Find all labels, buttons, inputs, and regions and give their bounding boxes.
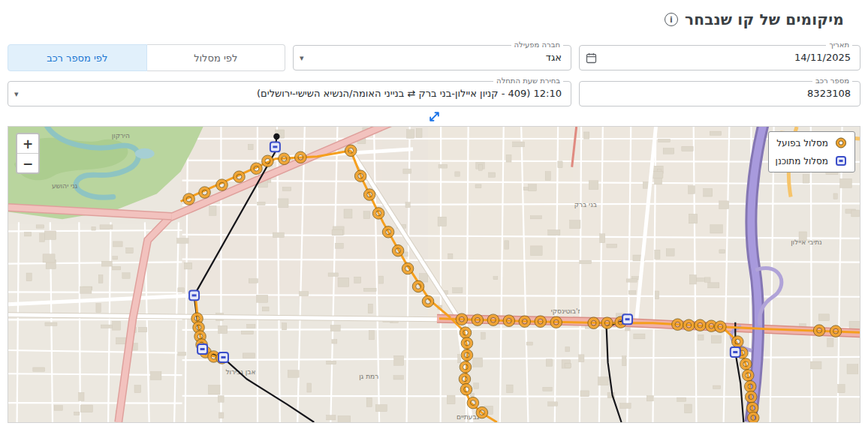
- date-field-value: 14/11/2025: [580, 46, 860, 70]
- page-title: מיקומים של קו שנבחר: [685, 10, 844, 28]
- by-route-toggle-button[interactable]: לפי מסלול: [147, 44, 286, 71]
- legend-item-actual: מסלול בפועל: [776, 137, 848, 148]
- filters-row-2: מספר רכב 8323108 בחירת שעת התחלה 12:10 (…: [8, 81, 860, 106]
- chevron-down-icon: ▾: [14, 82, 19, 106]
- map-container[interactable]: גני יהושעהירקוןבני ברקרמת גןז'בוטינסקינת…: [8, 126, 860, 423]
- map-place-label: גני יהושע: [52, 182, 78, 190]
- expand-icon[interactable]: [428, 110, 441, 123]
- map-canvas[interactable]: גני יהושעהירקוןבני ברקרמת גןז'בוטינסקינת…: [8, 127, 860, 422]
- planned-route-icon: [834, 155, 848, 166]
- zoom-in-button[interactable]: +: [17, 134, 38, 153]
- map-place-label: ז'בוטינסקי: [551, 308, 580, 315]
- actual-route-icon: [834, 137, 848, 148]
- map-place-label: בני ברק: [574, 201, 597, 208]
- start-time-value: 12:10 (409 - קניון איילון-בני ברק ⇄ בניי…: [8, 82, 571, 106]
- planned-stop-marker[interactable]: [189, 290, 199, 300]
- vehicle-number-field[interactable]: מספר רכב 8323108: [579, 81, 860, 106]
- map-legend: מסלול בפועל מסלול מתוכנן: [768, 131, 855, 172]
- filters-row-1: תאריך 14/11/2025 חברה מפעילה אגד ▾ לפי מ…: [8, 44, 860, 71]
- map-expand-row: [8, 106, 860, 126]
- route-start-marker[interactable]: [273, 134, 279, 140]
- page-header: מיקומים של קו שנבחר i: [8, 4, 860, 34]
- planned-stop-marker[interactable]: [270, 142, 280, 152]
- map-place-label: אבן גבירול: [225, 368, 255, 376]
- map-place-label: נתיבי איילון: [791, 238, 822, 246]
- map-place-label: רמת גן: [359, 373, 378, 380]
- page: מיקומים של קו שנבחר i תאריך 14/11/2025 ח…: [0, 0, 868, 423]
- planned-stop-marker[interactable]: [622, 314, 632, 324]
- start-time-label: בחירת שעת התחלה: [493, 76, 563, 86]
- legend-label-actual: מסלול בפועל: [776, 138, 828, 148]
- company-select-label: חברה מפעילה: [511, 40, 563, 50]
- planned-stop-marker[interactable]: [219, 352, 228, 362]
- planned-stop-marker[interactable]: [197, 344, 207, 354]
- zoom-out-button[interactable]: −: [17, 153, 38, 172]
- by-vehicle-toggle-button[interactable]: לפי מספר רכב: [8, 44, 147, 71]
- vehicle-number-label: מספר רכב: [812, 76, 852, 86]
- zoom-control: + −: [16, 133, 40, 174]
- legend-label-planned: מסלול מתוכנן: [776, 156, 828, 166]
- pond: [135, 148, 155, 159]
- company-select[interactable]: חברה מפעילה אגד ▾: [293, 45, 571, 70]
- map-place-label: הירקון: [112, 132, 130, 140]
- planned-stop-marker[interactable]: [731, 347, 740, 357]
- info-icon[interactable]: i: [665, 13, 678, 26]
- date-field[interactable]: תאריך 14/11/2025: [579, 45, 860, 70]
- date-field-label: תאריך: [826, 40, 852, 50]
- view-mode-toggle: לפי מסלול לפי מספר רכב: [8, 44, 285, 71]
- chevron-down-icon: ▾: [300, 46, 304, 70]
- legend-item-planned: מסלול מתוכנן: [776, 155, 848, 166]
- calendar-icon[interactable]: [586, 46, 597, 70]
- start-time-select[interactable]: בחירת שעת התחלה 12:10 (409 - קניון איילו…: [8, 81, 571, 106]
